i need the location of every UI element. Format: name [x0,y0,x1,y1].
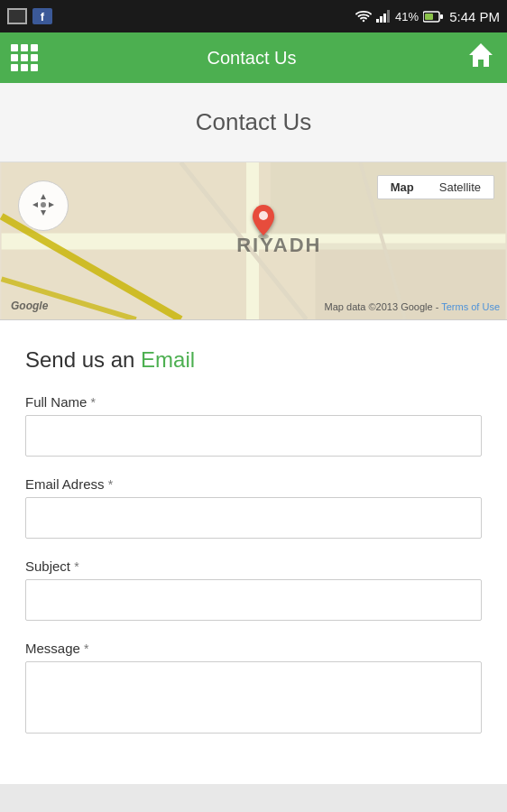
map-pan-control[interactable] [18,180,69,231]
map-data-credit: Map data ©2013 Google - Terms of Use [325,301,500,312]
home-icon[interactable] [466,40,496,77]
svg-marker-18 [41,210,46,216]
page-content: Contact Us RIYADH [0,83,507,812]
facebook-icon: f [32,8,52,24]
svg-rect-2 [383,14,386,23]
email-label: Email Adress * [25,476,482,492]
page-header: Contact Us [0,83,507,162]
satellite-button[interactable]: Satellite [427,176,493,198]
time-display: 5:44 PM [449,9,500,24]
status-bar: f 41% 5:44 PM [0,0,507,32]
image-icon [7,8,27,24]
svg-rect-3 [387,10,390,23]
svg-point-21 [41,202,46,208]
map-button[interactable]: Map [378,176,427,198]
menu-grid-icon[interactable] [11,44,38,71]
google-logo: Google [11,300,48,312]
svg-point-23 [259,211,268,220]
svg-marker-20 [49,202,54,208]
svg-rect-5 [440,14,443,19]
email-input[interactable] [25,497,482,539]
form-heading: Send us an Email [25,347,482,373]
nav-bar: Contact Us [0,32,507,83]
message-label: Message * [25,641,482,656]
fullname-input[interactable] [25,415,482,457]
message-field-group: Message * [25,641,482,737]
status-left-icons: f [7,8,52,24]
svg-marker-7 [469,43,493,67]
svg-rect-6 [425,14,433,20]
pan-arrows [30,191,57,221]
map-section: RIYADH Map Satellite [0,162,507,320]
form-section: Send us an Email Full Name * Email Adres… [0,320,507,784]
terms-of-use-link[interactable]: Terms of Use [441,301,500,312]
svg-rect-0 [376,19,379,23]
subject-input[interactable] [25,579,482,621]
subject-label: Subject * [25,558,482,574]
subject-field-group: Subject * [25,558,482,621]
battery-icon [423,11,443,23]
signal-icon [376,10,391,23]
svg-marker-19 [32,202,38,208]
map-pin [250,203,277,245]
fullname-label: Full Name * [25,394,482,410]
wifi-icon [355,10,372,23]
svg-marker-17 [41,194,46,199]
nav-title: Contact Us [207,48,297,69]
page-title: Contact Us [18,108,489,136]
message-input[interactable] [25,661,482,734]
battery-percent: 41% [395,10,419,23]
fullname-field-group: Full Name * [25,394,482,457]
email-field-group: Email Adress * [25,476,482,539]
svg-rect-1 [380,16,383,23]
status-right-icons: 41% 5:44 PM [355,9,500,24]
map-type-controls[interactable]: Map Satellite [377,175,494,199]
